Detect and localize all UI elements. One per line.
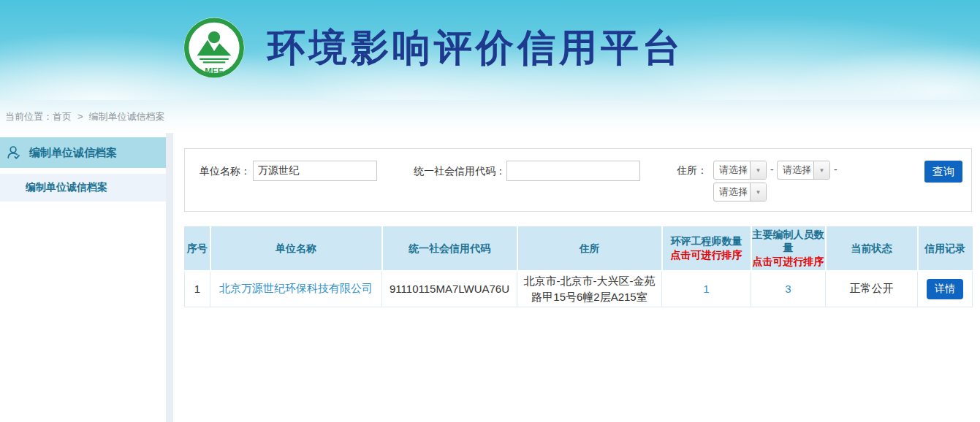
sort-hint: 点击可进行排序: [752, 256, 825, 269]
staff-count-link[interactable]: 3: [785, 283, 791, 295]
sidebar: 编制单位诚信档案 编制单位诚信档案: [0, 133, 166, 422]
credit-code-cell: 91110115MA7LWUA76U: [382, 271, 517, 307]
engineer-count-link[interactable]: 1: [703, 283, 709, 295]
credit-code-label: 统一社会信用代码：: [414, 161, 506, 181]
credit-code-input[interactable]: [506, 161, 640, 181]
address-dash: -: [770, 164, 774, 175]
breadcrumb: 当前位置： 首页 > 编制单位诚信档案: [0, 100, 980, 133]
content-area: 编制单位诚信档案 编制单位诚信档案 单位名称： 统一社会信用代码： 住所： 请选…: [0, 133, 980, 422]
breadcrumb-label: 当前位置：: [5, 110, 53, 123]
address-city-select[interactable]: 请选择 ▼: [777, 161, 830, 180]
address-cell: 北京市-北京市-大兴区-金苑路甲15号6幢2层A215室: [517, 271, 662, 307]
header-credit-record: 信用记录: [918, 227, 973, 272]
search-panel: 单位名称： 统一社会信用代码： 住所： 请选择 ▼ - 请选择 ▼ - 请选择 …: [184, 148, 972, 212]
status-cell: 正常公开: [826, 271, 918, 307]
header-staff-count-label: 主要编制人员数量: [752, 229, 825, 255]
breadcrumb-home-link[interactable]: 首页: [53, 110, 72, 123]
breadcrumb-separator: >: [77, 111, 83, 122]
page-title: 环境影响评价信用平台: [267, 13, 684, 83]
sidebar-subitem-credit-archive[interactable]: 编制单位诚信档案: [0, 174, 166, 202]
main-panel: 单位名称： 统一社会信用代码： 住所： 请选择 ▼ - 请选择 ▼ - 请选择 …: [173, 133, 980, 422]
header-engineer-count-label: 环评工程师数量: [663, 235, 751, 248]
header-address: 住所: [517, 227, 662, 272]
header-credit-code: 统一社会信用代码: [382, 227, 517, 272]
header-company: 单位名称: [210, 227, 382, 272]
result-table: 序号 单位名称 统一社会信用代码 住所 环评工程师数量 点击可进行排序 主要编制…: [184, 226, 973, 307]
brand: MEE 环境影响评价信用平台: [181, 13, 684, 83]
unit-name-label: 单位名称：: [200, 161, 251, 181]
chevron-down-icon[interactable]: ▼: [750, 161, 766, 179]
site-header: MEE 环境影响评价信用平台: [0, 0, 980, 100]
address-label: 住所：: [677, 160, 707, 180]
breadcrumb-current: 编制单位诚信档案: [89, 110, 165, 123]
chevron-down-icon[interactable]: ▼: [750, 183, 766, 201]
detail-button[interactable]: 详情: [927, 279, 963, 299]
unit-name-input[interactable]: [253, 161, 377, 181]
svg-text:MEE: MEE: [205, 66, 224, 76]
table-header-row: 序号 单位名称 统一社会信用代码 住所 环评工程师数量 点击可进行排序 主要编制…: [185, 227, 973, 272]
table-row: 1 北京万源世纪环保科技有限公司 91110115MA7LWUA76U 北京市-…: [185, 271, 973, 307]
header-status: 当前状态: [826, 227, 918, 272]
select-value: 请选择: [778, 161, 813, 179]
sidebar-divider: [166, 133, 173, 422]
query-button[interactable]: 查询: [924, 161, 962, 183]
sidebar-item-credit-archive[interactable]: 编制单位诚信档案: [0, 137, 166, 168]
company-link[interactable]: 北京万源世纪环保科技有限公司: [219, 282, 373, 294]
sidebar-item-label: 编制单位诚信档案: [29, 146, 117, 160]
sidebar-subitem-label: 编制单位诚信档案: [26, 181, 107, 194]
sort-hint: 点击可进行排序: [663, 249, 751, 262]
chevron-down-icon[interactable]: ▼: [813, 161, 829, 179]
header-staff-count-sort[interactable]: 主要编制人员数量 点击可进行排序: [751, 227, 826, 272]
header-index: 序号: [185, 227, 210, 272]
address-district-select[interactable]: 请选择 ▼: [713, 183, 767, 202]
address-province-select[interactable]: 请选择 ▼: [713, 161, 767, 180]
header-engineer-count-sort[interactable]: 环评工程师数量 点击可进行排序: [662, 227, 751, 272]
select-value: 请选择: [714, 183, 750, 201]
address-dash: -: [834, 164, 837, 175]
row-index: 1: [185, 271, 210, 307]
mee-logo-icon: MEE: [181, 13, 247, 83]
user-check-icon: [6, 145, 22, 161]
select-value: 请选择: [714, 161, 750, 179]
